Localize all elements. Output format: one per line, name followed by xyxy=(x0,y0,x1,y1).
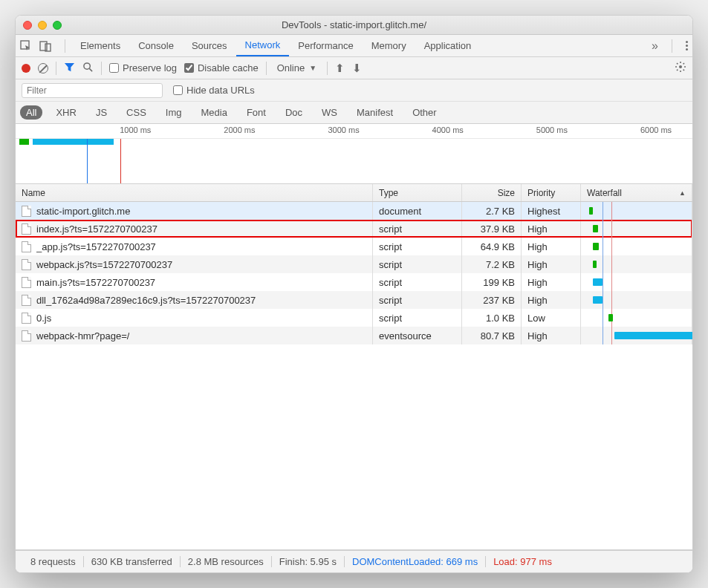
type-chip-other[interactable]: Other xyxy=(406,105,443,120)
status-bar: 8 requests 630 KB transferred 2.8 MB res… xyxy=(16,550,692,572)
tab-console[interactable]: Console xyxy=(129,35,183,56)
row-size: 237 KB xyxy=(462,291,522,309)
row-size: 1.0 KB xyxy=(462,309,522,327)
network-toolbar: Preserve log Disable cache Online ▼ ⬆ ⬇ xyxy=(16,57,692,79)
table-row[interactable]: dll_1762a4d98a7289ec16c9.js?ts=157227070… xyxy=(16,291,692,309)
timeline-tick: 5000 ms xyxy=(536,124,568,138)
timeline-tick: 2000 ms xyxy=(224,124,255,138)
tab-memory[interactable]: Memory xyxy=(363,35,415,56)
row-waterfall xyxy=(581,220,692,238)
device-toolbar-icon[interactable] xyxy=(39,40,51,52)
devtools-window: DevTools - static-import.glitch.me/ Elem… xyxy=(15,15,693,573)
inspect-element-icon[interactable] xyxy=(20,40,32,52)
row-name: _app.js?ts=1572270700237 xyxy=(36,241,156,252)
type-chip-css[interactable]: CSS xyxy=(120,105,152,120)
record-button[interactable] xyxy=(22,64,30,73)
col-header-name[interactable]: Name xyxy=(16,184,373,201)
row-priority: High xyxy=(522,273,581,291)
hide-data-urls-checkbox[interactable]: Hide data URLs xyxy=(173,85,255,96)
row-type: script xyxy=(373,309,462,327)
row-size: 199 KB xyxy=(462,273,522,291)
file-icon xyxy=(22,313,31,324)
filter-input[interactable] xyxy=(22,83,163,98)
row-waterfall xyxy=(581,291,692,309)
throttle-select[interactable]: Online ▼ xyxy=(274,62,319,74)
status-requests: 8 requests xyxy=(23,556,84,567)
row-priority: Highest xyxy=(522,202,581,220)
status-transferred: 630 KB transferred xyxy=(84,556,181,567)
preserve-log-checkbox[interactable]: Preserve log xyxy=(109,62,177,74)
row-size: 64.9 KB xyxy=(462,238,522,255)
timeline-tick: 3000 ms xyxy=(328,124,359,138)
timeline-tick: 1000 ms xyxy=(120,124,151,138)
settings-menu-button[interactable] xyxy=(686,41,688,50)
row-size: 80.7 KB xyxy=(462,327,522,344)
table-row[interactable]: static-import.glitch.medocument2.7 KBHig… xyxy=(16,202,692,220)
type-chip-img[interactable]: Img xyxy=(160,105,188,120)
row-name: dll_1762a4d98a7289ec16c9.js?ts=157227070… xyxy=(36,295,256,306)
row-size: 2.7 KB xyxy=(462,202,522,220)
download-har-icon[interactable]: ⬇ xyxy=(352,62,362,75)
table-row[interactable]: webpack.js?ts=1572270700237script7.2 KBH… xyxy=(16,255,692,273)
row-type: script xyxy=(373,255,462,273)
svg-point-5 xyxy=(679,65,682,68)
row-size: 7.2 KB xyxy=(462,255,522,273)
row-type: script xyxy=(373,273,462,291)
more-tabs-button[interactable]: » xyxy=(652,39,658,53)
type-chip-xhr[interactable]: XHR xyxy=(50,105,82,120)
network-settings-icon[interactable] xyxy=(675,61,686,75)
file-icon xyxy=(22,223,31,235)
file-icon xyxy=(22,277,31,288)
col-header-priority[interactable]: Priority xyxy=(522,184,581,201)
row-priority: High xyxy=(522,255,581,273)
status-load: Load: 977 ms xyxy=(486,556,559,567)
col-header-waterfall[interactable]: Waterfall▲ xyxy=(581,184,692,201)
tab-performance[interactable]: Performance xyxy=(289,35,362,56)
row-name: main.js?ts=1572270700237 xyxy=(36,277,155,288)
type-chip-manifest[interactable]: Manifest xyxy=(351,105,399,120)
type-chip-ws[interactable]: WS xyxy=(316,105,343,120)
status-finish: Finish: 5.95 s xyxy=(272,556,345,567)
row-priority: Low xyxy=(522,309,581,327)
disable-cache-checkbox[interactable]: Disable cache xyxy=(184,62,259,74)
main-tabs-bar: ElementsConsoleSourcesNetworkPerformance… xyxy=(16,35,692,57)
type-chip-media[interactable]: Media xyxy=(195,105,233,120)
type-chip-js[interactable]: JS xyxy=(90,105,113,120)
tab-application[interactable]: Application xyxy=(415,35,481,56)
type-chip-font[interactable]: Font xyxy=(241,105,272,120)
row-priority: High xyxy=(522,327,581,344)
timeline-overview[interactable]: 1000 ms2000 ms3000 ms4000 ms5000 ms6000 … xyxy=(16,124,692,184)
row-waterfall xyxy=(581,327,692,344)
row-waterfall xyxy=(581,309,692,327)
upload-har-icon[interactable]: ⬆ xyxy=(335,62,345,75)
row-priority: High xyxy=(522,220,581,238)
filter-bar: Hide data URLs xyxy=(16,79,692,102)
filter-toggle-icon[interactable] xyxy=(64,62,75,75)
col-header-size[interactable]: Size xyxy=(462,184,522,201)
table-row[interactable]: index.js?ts=1572270700237script37.9 KBHi… xyxy=(16,220,692,238)
tab-network[interactable]: Network xyxy=(236,35,290,56)
table-row[interactable]: 0.jsscript1.0 KBLow xyxy=(16,309,692,327)
disable-cache-label: Disable cache xyxy=(198,62,259,74)
row-name: 0.js xyxy=(36,313,51,324)
tab-elements[interactable]: Elements xyxy=(71,35,129,56)
timeline-tick: 4000 ms xyxy=(432,124,464,138)
status-resources: 2.8 MB resources xyxy=(181,556,272,567)
row-size: 37.9 KB xyxy=(462,220,522,238)
table-row[interactable]: webpack-hmr?page=/eventsource80.7 KBHigh xyxy=(16,327,692,344)
type-chip-doc[interactable]: Doc xyxy=(279,105,308,120)
clear-button[interactable] xyxy=(38,63,48,74)
file-icon xyxy=(22,241,31,252)
row-type: script xyxy=(373,291,462,309)
type-chip-all[interactable]: All xyxy=(20,105,42,120)
file-icon xyxy=(22,259,31,270)
table-row[interactable]: _app.js?ts=1572270700237script64.9 KBHig… xyxy=(16,238,692,255)
col-header-type[interactable]: Type xyxy=(373,184,462,201)
svg-line-4 xyxy=(89,68,92,71)
tab-sources[interactable]: Sources xyxy=(183,35,236,56)
row-name: webpack-hmr?page=/ xyxy=(36,330,129,342)
table-row[interactable]: main.js?ts=1572270700237script199 KBHigh xyxy=(16,273,692,291)
row-waterfall xyxy=(581,255,692,273)
row-waterfall xyxy=(581,202,692,220)
search-icon[interactable] xyxy=(82,62,94,75)
